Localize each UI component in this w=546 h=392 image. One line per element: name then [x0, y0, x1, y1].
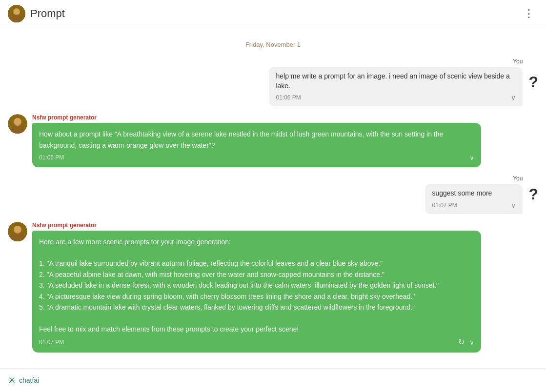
message-text: help me write a prompt for an image. i n…	[276, 72, 516, 91]
chatfai-label: chatfai	[19, 376, 39, 384]
menu-icon[interactable]: ⋮	[520, 5, 538, 22]
bot-message-col: Nsfw prompt generator Here are a few mor…	[32, 222, 538, 353]
chatfai-logo: ✳ chatfai	[8, 374, 39, 386]
header-left: Prompt	[8, 5, 65, 22]
chatfai-asterisk-icon: ✳	[8, 374, 16, 386]
app-footer: ✳ chatfai	[0, 368, 546, 392]
bot-avatar	[8, 114, 27, 134]
user-bubble: help me write a prompt for an image. i n…	[269, 67, 523, 106]
message-text: How about a prompt like "A breathtaking …	[39, 129, 474, 151]
bot-label: Nsfw prompt generator	[32, 222, 538, 229]
svg-point-3	[14, 9, 20, 15]
bot-bubble: How about a prompt like "A breathtaking …	[32, 123, 481, 167]
message-row: You suggest some more 01:07 PM ∨ ?	[0, 175, 546, 214]
message-row: Nsfw prompt generator Here are a few mor…	[0, 222, 546, 353]
timestamp-row: 01:06 PM ∨	[276, 94, 516, 101]
svg-rect-14	[11, 234, 24, 241]
message-timestamp: 01:07 PM	[432, 202, 457, 209]
message-text: suggest some more	[432, 189, 516, 198]
user-bubble: suggest some more 01:07 PM ∨	[425, 184, 523, 214]
app-header: Prompt ⋮	[0, 0, 546, 27]
question-mark-icon: ?	[528, 73, 538, 91]
chevron-down-icon[interactable]: ∨	[469, 154, 474, 161]
header-avatar	[8, 5, 25, 22]
user-message-col: You help me write a prompt for an image.…	[269, 58, 523, 106]
user-message-col: You suggest some more 01:07 PM ∨	[425, 175, 523, 214]
bot-bubble: Here are a few more scenic prompts for y…	[32, 231, 481, 353]
chevron-down-icon[interactable]: ∨	[511, 201, 516, 209]
message-text: Here are a few more scenic prompts for y…	[39, 236, 474, 335]
message-timestamp: 01:06 PM	[276, 94, 301, 101]
timestamp-row: 01:07 PM ∨	[432, 201, 516, 209]
chevron-down-icon[interactable]: ∨	[511, 94, 516, 101]
message-timestamp: 01:06 PM	[39, 154, 64, 161]
chevron-down-icon[interactable]: ∨	[469, 338, 474, 346]
timestamp-row: 01:06 PM ∨	[39, 154, 474, 161]
question-mark-icon: ?	[528, 185, 538, 203]
chat-area: Friday, November 1 You help me write a p…	[0, 27, 546, 368]
bot-label: Nsfw prompt generator	[32, 114, 538, 121]
header-title: Prompt	[30, 7, 65, 20]
date-separator: Friday, November 1	[0, 41, 546, 48]
svg-rect-9	[11, 126, 24, 134]
message-row: You help me write a prompt for an image.…	[0, 58, 546, 106]
bot-avatar	[8, 222, 27, 241]
user-label: You	[513, 175, 523, 182]
bot-message-col: Nsfw prompt generator How about a prompt…	[32, 114, 538, 167]
svg-point-8	[14, 118, 21, 125]
avatar-image	[8, 5, 25, 22]
timestamp-row: 01:07 PM ↻ ∨	[39, 337, 474, 347]
svg-point-13	[14, 226, 21, 233]
svg-rect-4	[11, 15, 22, 22]
message-row: Nsfw prompt generator How about a prompt…	[0, 114, 546, 167]
message-timestamp: 01:07 PM	[39, 339, 64, 346]
user-label: You	[513, 58, 523, 65]
refresh-icon[interactable]: ↻	[458, 337, 465, 347]
